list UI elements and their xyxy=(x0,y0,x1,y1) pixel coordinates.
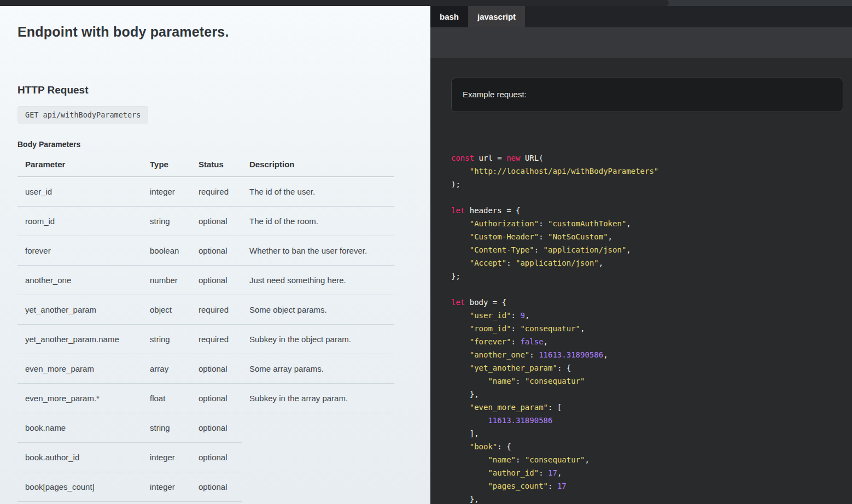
code-line: const url = new URL( xyxy=(451,151,852,165)
code-line: "pages_count": 17 xyxy=(451,479,852,493)
cell-parameter: user_id xyxy=(17,177,142,207)
cell-description xyxy=(242,413,394,443)
code-line: "name": "consequatur", xyxy=(451,453,852,466)
code-line: "Custom-Header": "NotSoCustom", xyxy=(451,230,852,243)
cell-status: optional xyxy=(191,266,242,295)
example-request-label: Example request: xyxy=(452,78,843,111)
code-line: "even_more_param": [ xyxy=(451,401,852,414)
cell-parameter: another_one xyxy=(17,266,142,295)
table-row: book.namestringoptional xyxy=(17,413,394,443)
cell-type: float xyxy=(142,384,191,413)
code-line: let headers = { xyxy=(451,204,852,217)
cell-status: required xyxy=(191,177,242,207)
table-row: book.author_idintegeroptional xyxy=(17,443,394,472)
code-line: "name": "consequatur" xyxy=(451,374,852,388)
cell-parameter: even_more_param.* xyxy=(17,384,142,413)
cell-parameter: book.author_id xyxy=(17,443,142,472)
table-row: another_onenumberoptionalJust need somet… xyxy=(17,266,394,295)
endpoint-badge: GET api/withBodyParameters xyxy=(17,106,148,124)
code-line: let body = { xyxy=(451,296,852,309)
code-line: "another_one": 11613.31890586, xyxy=(451,348,852,361)
cell-type: array xyxy=(142,354,191,384)
column-header-description: Description xyxy=(242,153,394,177)
cell-type: integer xyxy=(142,443,191,472)
cell-type: string xyxy=(142,207,191,236)
cell-type: object xyxy=(142,295,191,325)
cell-type: string xyxy=(142,325,191,354)
cell-status: optional xyxy=(191,207,242,236)
code-line: "forever": false, xyxy=(451,335,852,348)
code-line: "user_id": 9, xyxy=(451,309,852,322)
column-header-type: Type xyxy=(142,153,191,177)
table-row: yet_another_paramobjectrequiredSome obje… xyxy=(17,295,394,325)
cell-description: Some array params. xyxy=(242,354,394,384)
cell-type: string xyxy=(142,413,191,443)
table-row: user_idintegerrequiredThe id of the user… xyxy=(17,177,394,207)
cell-parameter: even_more_param xyxy=(17,354,142,384)
table-row: foreverbooleanoptionalWhether to ban the… xyxy=(17,236,394,266)
code-line: "yet_another_param": { xyxy=(451,361,852,374)
code-block: const url = new URL( "http://localhost/a… xyxy=(430,151,852,504)
code-line: }; xyxy=(451,269,852,283)
http-request-heading: HTTP Request xyxy=(17,84,409,96)
cell-type: integer xyxy=(142,472,191,502)
cell-description xyxy=(242,443,394,472)
docs-panel: Endpoint with body parameters. HTTP Requ… xyxy=(0,6,430,504)
cell-parameter: room_id xyxy=(17,207,142,236)
tab-bar: bashjavascript xyxy=(430,6,852,27)
cell-status: optional xyxy=(191,236,242,266)
table-header-row: ParameterTypeStatusDescription xyxy=(17,153,394,177)
cell-parameter: book[pages_count] xyxy=(17,472,142,502)
body-parameters-table: ParameterTypeStatusDescription user_idin… xyxy=(17,153,394,502)
table-row: yet_another_param.namestringrequiredSubk… xyxy=(17,325,394,354)
cell-status: optional xyxy=(191,384,242,413)
example-request-box: Example request: xyxy=(451,78,843,112)
code-panel: bashjavascript Example request: const ur… xyxy=(430,6,852,504)
cell-type: boolean xyxy=(142,236,191,266)
code-line: }, xyxy=(451,493,852,504)
tab-bash[interactable]: bash xyxy=(430,6,468,27)
horizontal-scrollbar xyxy=(0,0,852,6)
page-title: Endpoint with body parameters. xyxy=(17,24,409,40)
code-line: "Authorization": "customAuthToken", xyxy=(451,217,852,230)
body-parameters-label: Body Parameters xyxy=(17,140,409,149)
cell-parameter: yet_another_param xyxy=(17,295,142,325)
code-line: "http://localhost/api/withBodyParameters… xyxy=(451,165,852,178)
cell-status: optional xyxy=(191,443,242,472)
cell-description xyxy=(242,472,394,502)
code-line: }, xyxy=(451,388,852,401)
cell-description: Whether to ban the user forever. xyxy=(242,236,394,266)
code-line: ], xyxy=(451,427,852,440)
table-row: book[pages_count]integeroptional xyxy=(17,472,394,502)
cell-status: optional xyxy=(191,472,242,502)
column-header-parameter: Parameter xyxy=(17,153,142,177)
column-header-status: Status xyxy=(191,153,242,177)
code-line: "Accept": "application/json", xyxy=(451,256,852,269)
cell-description: The id of the user. xyxy=(242,177,394,207)
cell-status: required xyxy=(191,325,242,354)
cell-description: The id of the room. xyxy=(242,207,394,236)
cell-parameter: yet_another_param.name xyxy=(17,325,142,354)
code-line: "author_id": 17, xyxy=(451,466,852,479)
cell-parameter: book.name xyxy=(17,413,142,443)
cell-description: Just need something here. xyxy=(242,266,394,295)
cell-type: integer xyxy=(142,177,191,207)
table-row: room_idstringoptionalThe id of the room. xyxy=(17,207,394,236)
cell-description: Subkey in the object param. xyxy=(242,325,394,354)
code-line: "room_id": "consequatur", xyxy=(451,322,852,335)
cell-status: optional xyxy=(191,354,242,384)
tab-javascript[interactable]: javascript xyxy=(468,6,525,27)
code-line: 11613.31890586 xyxy=(451,414,852,427)
code-header-band xyxy=(430,27,852,58)
cell-parameter: forever xyxy=(17,236,142,266)
code-area: Example request: const url = new URL( "h… xyxy=(430,58,852,504)
cell-description: Some object params. xyxy=(242,295,394,325)
code-line: "Content-Type": "application/json", xyxy=(451,243,852,256)
cell-description: Subkey in the array param. xyxy=(242,384,394,413)
code-line xyxy=(451,283,852,296)
cell-status: required xyxy=(191,295,242,325)
table-row: even_more_param.*floatoptionalSubkey in … xyxy=(17,384,394,413)
scrollbar-thumb[interactable] xyxy=(0,0,669,6)
code-line xyxy=(451,191,852,204)
cell-type: number xyxy=(142,266,191,295)
